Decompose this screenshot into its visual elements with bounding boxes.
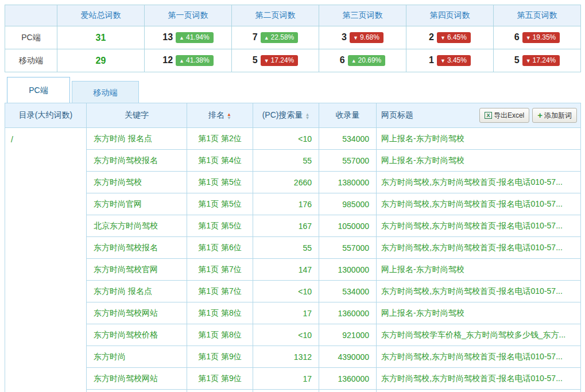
rank-cell: 第1页 第6位 bbox=[187, 237, 253, 259]
plus-icon: + bbox=[537, 112, 543, 119]
summary-col-header: 第一页词数 bbox=[145, 5, 232, 26]
page-title-cell: 东方时尚驾校,东方时尚驾校首页-报名电话010-57... bbox=[377, 281, 581, 302]
page-words-cell: 12▲41.38% bbox=[145, 49, 232, 72]
keyword-row: 东方时尚 报名点第1页 第7位<10534000东方时尚驾校,东方时尚驾校首页-… bbox=[5, 281, 581, 302]
page-words-count: 2 bbox=[429, 32, 434, 42]
page-words-count: 6 bbox=[340, 55, 345, 65]
keyword-cell: 东方时尚驾校网站 bbox=[87, 368, 187, 390]
tab-mobile[interactable]: 移动端 bbox=[72, 81, 139, 103]
rank-sort-icon[interactable]: ▲▼ bbox=[227, 113, 231, 120]
down-arrow-icon: ▼ bbox=[526, 58, 531, 64]
col-header-search-volume[interactable]: (PC)搜索量▲▼ bbox=[253, 103, 319, 128]
search-sort-icon[interactable]: ▲▼ bbox=[305, 113, 309, 120]
empty-cell bbox=[377, 390, 581, 392]
keyword-row: 东方时尚驾校网站第1页 第8位171360000网上报名-东方时尚驾校 bbox=[5, 302, 581, 324]
keyword-cell: 东方时尚 bbox=[87, 346, 187, 368]
down-arrow-icon: ▼ bbox=[264, 58, 269, 64]
page-words-cell: 3▼9.68% bbox=[319, 26, 406, 49]
keyword-cell: 东方时尚驾校 bbox=[87, 172, 187, 193]
summary-row: PC端3113▲41.94%7▲22.58%3▼9.68%2▼6.45%6▼19… bbox=[5, 26, 581, 49]
table-actions: X 导出Excel + 添加新词 bbox=[479, 108, 577, 123]
rank-cell: 第1页 第9位 bbox=[187, 346, 253, 368]
keyword-cell: 东方时尚 报名点 bbox=[87, 281, 187, 302]
keyword-header-row: 目录(大约词数) 关键字 排名▲▼ (PC)搜索量▲▼ 收录量 网页标题 X bbox=[5, 103, 581, 128]
summary-corner-cell bbox=[5, 5, 57, 26]
page-title-cell: 网上报名-东方时尚驾校 bbox=[377, 128, 581, 150]
change-badge: ▼17.24% bbox=[261, 55, 299, 66]
col-header-rank[interactable]: 排名▲▼ bbox=[187, 103, 253, 128]
rank-cell: 第1页 第5位 bbox=[187, 193, 253, 215]
add-keyword-button[interactable]: + 添加新词 bbox=[532, 108, 577, 123]
up-arrow-icon: ▲ bbox=[351, 58, 357, 64]
index-count-cell: 921000 bbox=[319, 324, 377, 346]
summary-col-header: 第四页词数 bbox=[406, 5, 494, 26]
keyword-row: 东方时尚驾校网站第1页 第9位171360000东方时尚驾校,东方时尚驾校首页-… bbox=[5, 368, 581, 390]
index-count-cell: 985000 bbox=[319, 193, 377, 215]
page-words-count: 1 bbox=[429, 55, 434, 65]
page-title-cell: 东方时尚驾校,东方时尚驾校首页-报名电话010-57... bbox=[377, 172, 581, 193]
change-badge: ▲41.94% bbox=[176, 32, 214, 43]
search-volume-cell: 167 bbox=[253, 215, 319, 237]
rank-cell: 第1页 第7位 bbox=[187, 281, 253, 302]
search-volume-cell: 17 bbox=[253, 368, 319, 390]
page-title-cell: 东方时尚驾校学车价格_东方时尚驾校多少钱_东方... bbox=[377, 324, 581, 346]
directory-cell: / bbox=[5, 128, 87, 392]
search-volume-cell: 1312 bbox=[253, 346, 319, 368]
export-excel-button[interactable]: X 导出Excel bbox=[479, 108, 529, 123]
page-words-cell: 7▲22.58% bbox=[232, 26, 319, 49]
search-volume-cell: 147 bbox=[253, 259, 319, 281]
search-volume-cell: 55 bbox=[253, 237, 319, 259]
up-arrow-icon: ▲ bbox=[179, 58, 184, 64]
up-arrow-icon: ▲ bbox=[264, 35, 269, 41]
device-label: PC端 bbox=[5, 26, 57, 49]
page-words-cell: 5▼17.24% bbox=[232, 49, 319, 72]
page-words-count: 5 bbox=[514, 55, 520, 65]
page-words-count: 12 bbox=[162, 55, 173, 65]
page-words-count: 3 bbox=[342, 32, 347, 42]
page-words-count: 6 bbox=[514, 32, 520, 42]
keyword-cell: 东方时尚驾校报名 bbox=[87, 237, 187, 259]
tab-pc[interactable]: PC端 bbox=[7, 77, 70, 103]
keyword-cell: 东方时尚 报名点 bbox=[87, 128, 187, 150]
sort-down-icon: ▼ bbox=[227, 117, 231, 120]
page-words-count: 5 bbox=[253, 55, 258, 65]
sort-down-icon: ▼ bbox=[305, 117, 309, 120]
summary-col-header: 第五页词数 bbox=[494, 5, 581, 26]
keyword-cell: 东方时尚驾校价格 bbox=[87, 324, 187, 346]
change-badge: ▲41.38% bbox=[176, 55, 214, 66]
page-words-cell: 2▼6.45% bbox=[406, 26, 494, 49]
keyword-row: 北京东方时尚驾校第1页 第5位1671050000东方时尚驾校,东方时尚驾校首页… bbox=[5, 215, 581, 237]
keyword-row: 东方时尚驾校报名第1页 第4位55557000网上报名-东方时尚驾校 bbox=[5, 150, 581, 172]
rank-cell: 第1页 第8位 bbox=[187, 324, 253, 346]
summary-col-header: 第三页词数 bbox=[319, 5, 406, 26]
change-badge: ▼6.45% bbox=[437, 32, 471, 43]
change-badge: ▼9.68% bbox=[350, 32, 383, 43]
search-volume-cell: 2660 bbox=[253, 172, 319, 193]
rank-cell: 第1页 第7位 bbox=[187, 259, 253, 281]
index-count-cell: 1050000 bbox=[319, 215, 377, 237]
page: 爱站总词数第一页词数第二页词数第三页词数第四页词数第五页词数 PC端3113▲4… bbox=[5, 5, 580, 392]
index-count-cell: 534000 bbox=[319, 128, 377, 150]
search-volume-cell: 176 bbox=[253, 193, 319, 215]
export-excel-label: 导出Excel bbox=[494, 111, 524, 121]
rank-cell: 第1页 第8位 bbox=[187, 302, 253, 324]
page-words-cell: 5▼17.24% bbox=[494, 49, 581, 72]
keyword-row: 东方时尚驾校第1页 第5位26601380000东方时尚驾校,东方时尚驾校首页-… bbox=[5, 172, 581, 193]
change-badge: ▼3.45% bbox=[437, 55, 471, 66]
empty-cell bbox=[87, 390, 187, 392]
col-header-keyword: 关键字 bbox=[87, 103, 187, 128]
rank-cell: 第1页 第5位 bbox=[187, 172, 253, 193]
col-header-directory: 目录(大约词数) bbox=[5, 103, 87, 128]
total-words-value: 29 bbox=[57, 49, 145, 72]
keyword-row: 东方时尚官网第1页 第5位176985000东方时尚驾校,东方时尚驾校首页-报名… bbox=[5, 193, 581, 215]
down-arrow-icon: ▼ bbox=[440, 35, 445, 41]
empty-cell bbox=[319, 390, 377, 392]
index-count-cell: 1380000 bbox=[319, 172, 377, 193]
change-badge: ▲22.58% bbox=[261, 32, 299, 43]
rank-cell: 第1页 第2位 bbox=[187, 128, 253, 150]
page-words-cell: 6▲20.69% bbox=[319, 49, 406, 72]
keyword-row: /东方时尚 报名点第1页 第2位<10534000网上报名-东方时尚驾校 bbox=[5, 128, 581, 150]
page-title-cell: 东方时尚驾校,东方时尚驾校首页-报名电话010-57... bbox=[377, 346, 581, 368]
total-words-value: 31 bbox=[57, 26, 145, 49]
keyword-row: 东方时尚驾校价格第1页 第8位<10921000东方时尚驾校学车价格_东方时尚驾… bbox=[5, 324, 581, 346]
